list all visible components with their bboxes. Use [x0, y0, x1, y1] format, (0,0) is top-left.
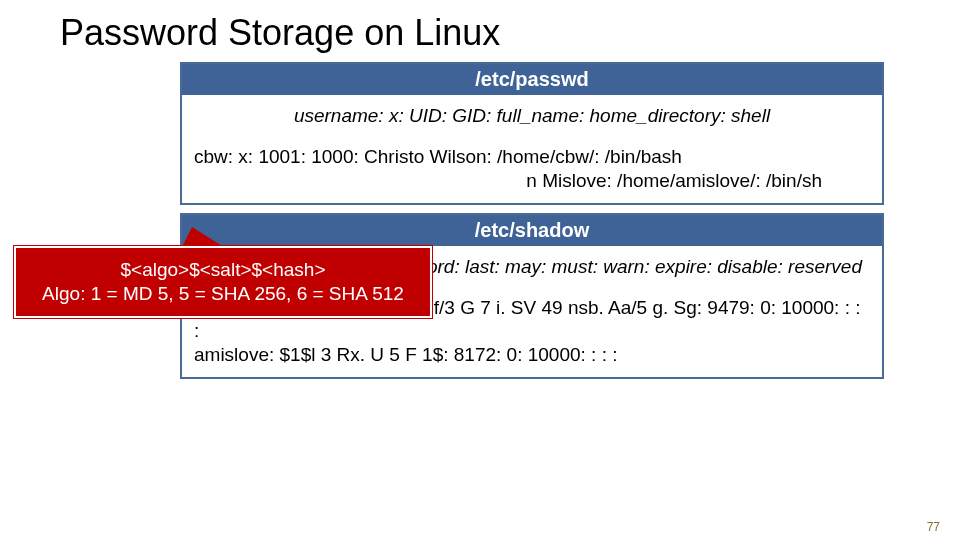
shadow-header: /etc/shadow	[182, 215, 882, 246]
callout-line-2: Algo: 1 = MD 5, 5 = SHA 256, 6 = SHA 512	[24, 282, 422, 306]
slide-title: Password Storage on Linux	[60, 12, 960, 54]
passwd-header: /etc/passwd	[182, 64, 882, 95]
passwd-format: username: x: UID: GID: full_name: home_d…	[182, 95, 882, 137]
passwd-panel: /etc/passwd username: x: UID: GID: full_…	[180, 62, 884, 205]
page-number: 77	[927, 520, 940, 534]
callout-line-1: $<algo>$<salt>$<hash>	[24, 258, 422, 282]
passwd-body: cbw: x: 1001: 1000: Christo Wilson: /hom…	[182, 137, 882, 203]
passwd-row-2: n Mislove: /home/amislove/: /bin/sh	[194, 169, 870, 193]
passwd-row-1: cbw: x: 1001: 1000: Christo Wilson: /hom…	[194, 145, 870, 169]
shadow-row-2: amislove: $1$l 3 Rx. U 5 F 1$: 8172: 0: …	[194, 343, 870, 367]
hash-format-callout: $<algo>$<salt>$<hash> Algo: 1 = MD 5, 5 …	[14, 246, 432, 318]
